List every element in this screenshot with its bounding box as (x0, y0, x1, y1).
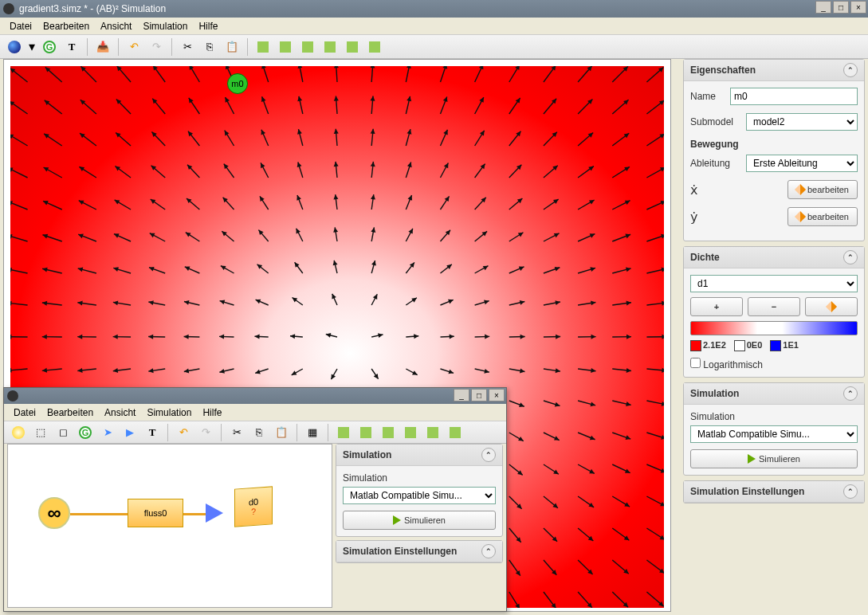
simulation-collapse[interactable]: ⌃ (843, 386, 858, 401)
submodel-select[interactable]: model2 (746, 113, 858, 131)
sub-tool-cylinder[interactable]: ⬚ (31, 423, 50, 442)
cut-button[interactable]: ✂ (178, 37, 197, 57)
simulation-title: Simulation (690, 388, 739, 399)
sub-redo[interactable]: ↷ (196, 423, 215, 442)
svg-marker-339 (626, 335, 631, 339)
derivative-select[interactable]: Erste Ableitung (746, 155, 858, 172)
svg-marker-413 (591, 402, 596, 406)
svg-marker-263 (626, 268, 631, 272)
density-edit-button[interactable] (805, 297, 858, 316)
name-input[interactable] (730, 88, 858, 105)
sub-align-2[interactable] (356, 423, 375, 442)
sub-simulate-button[interactable]: Simulieren (343, 511, 496, 530)
menu-hilfe[interactable]: Hilfe (194, 19, 222, 33)
sub-titlebar[interactable]: _ □ × (4, 388, 506, 404)
svg-marker-95 (334, 129, 339, 134)
simulation-label: Simulation (690, 411, 858, 422)
sub-align-4[interactable] (401, 423, 420, 442)
sub-menu-hilfe[interactable]: Hilfe (198, 405, 226, 420)
flow-box[interactable]: fluss0 (128, 499, 183, 527)
sub-menu-simulation[interactable]: Simulation (142, 405, 196, 420)
tool-global[interactable]: G (40, 37, 59, 57)
align-6[interactable] (365, 37, 384, 57)
sub-simulation-engine-select[interactable]: Matlab Compatible Simu... (343, 487, 496, 504)
simulation-settings-collapse[interactable]: ⌃ (843, 484, 858, 499)
align-4[interactable] (320, 37, 340, 57)
svg-line-22 (406, 66, 410, 82)
xdot-edit-button[interactable]: bearbeiten (787, 180, 858, 199)
sub-align-5[interactable] (423, 423, 442, 442)
density-remove-button[interactable]: − (748, 297, 800, 316)
sub-copy[interactable]: ⎘ (249, 423, 269, 442)
sub-align-6[interactable] (446, 423, 465, 442)
tool-circle-blue[interactable] (5, 37, 24, 57)
align-1[interactable] (253, 37, 273, 57)
tool-text[interactable]: T (62, 37, 81, 57)
sub-menu-datei[interactable]: Datei (9, 405, 41, 420)
density-add-button[interactable]: + (690, 297, 743, 316)
sub-minimize-button[interactable]: _ (454, 389, 469, 402)
align-2[interactable] (276, 37, 295, 57)
sub-tool-text[interactable]: T (143, 423, 162, 442)
maximize-button[interactable]: □ (833, 1, 849, 14)
sub-tool-arrow[interactable]: ➤ (98, 423, 117, 442)
svg-marker-247 (333, 260, 338, 266)
ydot-edit-button[interactable]: bearbeiten (787, 207, 858, 226)
submodel-label: Submodel (690, 116, 741, 127)
svg-line-190 (10, 235, 28, 241)
menu-simulation[interactable]: Simulation (138, 19, 192, 33)
svg-line-264 (646, 268, 664, 273)
sub-simulation-label: Simulation (343, 472, 496, 484)
tool-dropdown[interactable]: ▾ (27, 37, 37, 57)
sub-close-button[interactable]: × (489, 389, 505, 402)
svg-marker-231 (42, 268, 48, 272)
menu-datei[interactable]: Datei (5, 19, 37, 33)
align-3[interactable] (298, 37, 317, 57)
minimize-button[interactable]: _ (815, 1, 831, 14)
sub-menu-ansicht[interactable]: Ansicht (100, 405, 140, 420)
menu-ansicht[interactable]: Ansicht (96, 19, 136, 33)
redo-button[interactable]: ↷ (147, 37, 166, 57)
sub-tool-global[interactable]: G (76, 423, 95, 442)
svg-marker-133 (334, 162, 339, 166)
sub-maximize-button[interactable]: □ (471, 389, 487, 402)
sub-window[interactable]: _ □ × Datei Bearbeiten Ansicht Simulatio… (3, 387, 507, 612)
node-m0[interactable]: m0 (227, 73, 248, 94)
log-checkbox[interactable] (690, 358, 701, 368)
sub-undo[interactable]: ↶ (174, 423, 193, 442)
svg-line-24 (440, 66, 446, 82)
sub-tool-cube[interactable]: ◻ (53, 423, 73, 442)
density-collapse[interactable]: ⌃ (843, 250, 858, 264)
flow-sink[interactable]: d0 ? (234, 486, 273, 527)
menu-bearbeiten[interactable]: Bearbeiten (38, 19, 94, 33)
simulation-engine-select[interactable]: Matlab Compatible Simu... (690, 425, 858, 443)
flow-arrow-icon[interactable] (206, 503, 223, 523)
svg-marker-127 (224, 164, 229, 170)
sub-simulation-settings-collapse[interactable]: ⌃ (481, 544, 496, 558)
svg-marker-289 (411, 298, 417, 303)
copy-button[interactable]: ⎘ (200, 37, 219, 57)
svg-marker-177 (445, 196, 450, 202)
simulate-button[interactable]: Simulieren (690, 449, 858, 468)
align-5[interactable] (343, 37, 362, 57)
sub-simulation-collapse[interactable]: ⌃ (481, 448, 496, 462)
sub-paste[interactable]: 📋 (272, 423, 291, 442)
sub-tool-play[interactable]: ▶ (120, 423, 139, 442)
flow-source[interactable]: ∞ (38, 497, 70, 529)
sub-menu-bearbeiten[interactable]: Bearbeiten (42, 405, 98, 420)
sub-align-1[interactable] (334, 423, 353, 442)
close-button[interactable]: × (850, 1, 866, 14)
density-select[interactable]: d1 (690, 275, 858, 292)
svg-marker-161 (151, 199, 156, 204)
paste-button[interactable]: 📋 (222, 37, 242, 57)
undo-button[interactable]: ↶ (124, 37, 143, 57)
svg-marker-277 (184, 300, 190, 305)
properties-collapse[interactable]: ⌃ (843, 63, 858, 77)
sub-align-3[interactable] (379, 423, 398, 442)
sub-canvas[interactable]: ∞ fluss0 d0 ? (7, 444, 332, 608)
sub-tool-circle[interactable] (9, 423, 28, 442)
svg-marker-333 (520, 335, 525, 339)
save-button[interactable]: 📥 (93, 37, 112, 57)
sub-cut[interactable]: ✂ (227, 423, 246, 442)
sub-grid[interactable]: ▦ (303, 423, 322, 442)
